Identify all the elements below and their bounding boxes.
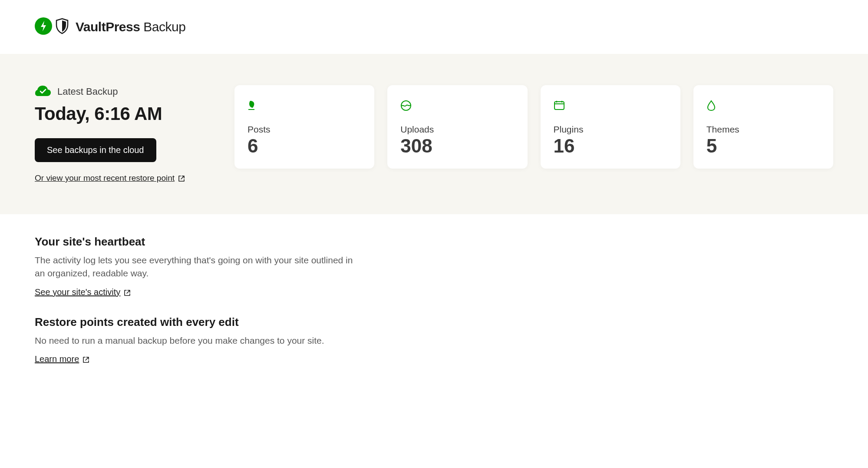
brand-light: Backup bbox=[143, 20, 185, 34]
leaf-icon bbox=[248, 100, 361, 111]
page-title: VaultPress Backup bbox=[76, 20, 185, 34]
section-desc: No need to run a manual backup before yo… bbox=[35, 334, 356, 347]
stat-card-posts: Posts 6 bbox=[234, 85, 374, 169]
external-link-icon bbox=[178, 173, 185, 183]
brand-bold: VaultPress bbox=[76, 20, 140, 34]
stat-value: 308 bbox=[400, 136, 514, 156]
stat-label: Posts bbox=[248, 124, 361, 135]
stat-value: 16 bbox=[554, 136, 667, 156]
section-heartbeat: Your site's heartbeat The activity log l… bbox=[35, 235, 356, 297]
latest-backup-label: Latest Backup bbox=[57, 86, 118, 97]
link-text: Learn more bbox=[35, 354, 79, 364]
stat-card-plugins: Plugins 16 bbox=[541, 85, 680, 169]
link-text: See your site's activity bbox=[35, 287, 120, 297]
stat-card-themes: Themes 5 bbox=[693, 85, 833, 169]
bolt-circle-icon bbox=[35, 17, 52, 37]
hero-section: Latest Backup Today, 6:16 AM See backups… bbox=[0, 54, 868, 214]
stats-cards: Posts 6 Uploads 308 Plugins 16 Themes 5 bbox=[234, 85, 833, 169]
drop-icon bbox=[706, 100, 820, 111]
stat-label: Plugins bbox=[554, 124, 667, 135]
section-restore-points: Restore points created with every edit N… bbox=[35, 315, 356, 364]
shield-icon bbox=[55, 18, 69, 36]
stat-label: Themes bbox=[706, 124, 820, 135]
svg-rect-3 bbox=[554, 102, 564, 110]
logo-group bbox=[35, 17, 69, 37]
see-activity-link[interactable]: See your site's activity bbox=[35, 287, 131, 297]
lower-sections: Your site's heartbeat The activity log l… bbox=[0, 214, 391, 400]
calendar-icon bbox=[554, 100, 667, 111]
stat-card-uploads: Uploads 308 bbox=[387, 85, 527, 169]
hero-left: Latest Backup Today, 6:16 AM See backups… bbox=[35, 85, 217, 183]
stat-value: 5 bbox=[706, 136, 820, 156]
section-desc: The activity log lets you see everything… bbox=[35, 254, 356, 280]
see-backups-button[interactable]: See backups in the cloud bbox=[35, 138, 156, 162]
latest-backup-row: Latest Backup bbox=[35, 85, 217, 98]
restore-point-link[interactable]: Or view your most recent restore point bbox=[35, 173, 217, 183]
section-title: Restore points created with every edit bbox=[35, 315, 356, 329]
backup-time: Today, 6:16 AM bbox=[35, 103, 217, 124]
external-link-icon bbox=[124, 287, 131, 297]
learn-more-link[interactable]: Learn more bbox=[35, 354, 89, 364]
page-header: VaultPress Backup bbox=[0, 0, 868, 54]
external-link-icon bbox=[83, 354, 89, 364]
section-title: Your site's heartbeat bbox=[35, 235, 356, 249]
cloud-check-icon bbox=[35, 85, 51, 98]
stat-value: 6 bbox=[248, 136, 361, 156]
restore-point-link-text: Or view your most recent restore point bbox=[35, 173, 175, 183]
stat-label: Uploads bbox=[400, 124, 514, 135]
circle-wave-icon bbox=[400, 100, 514, 111]
